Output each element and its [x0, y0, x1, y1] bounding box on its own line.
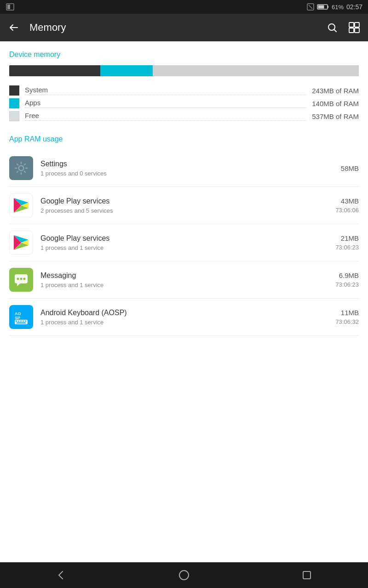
nav-back-button[interactable] — [47, 566, 75, 584]
app-ram-title: App RAM usage — [9, 135, 359, 143]
messaging-app-sub: 1 process and 1 service — [40, 282, 328, 288]
memory-bar-free — [153, 65, 359, 76]
svg-rect-29 — [16, 321, 17, 322]
gps1-time: 73:06:06 — [335, 207, 359, 214]
gps2-app-sub: 1 process and 1 service — [40, 244, 328, 251]
gps1-app-info: Google Play services 2 processes and 5 s… — [40, 197, 328, 214]
status-bar: 61% 02:57 — [0, 0, 368, 14]
google-play-icon-1 — [11, 195, 31, 215]
settings-app-sub: 1 process and 0 services — [40, 170, 334, 177]
svg-text:SP: SP — [15, 316, 20, 320]
svg-rect-8 — [349, 23, 354, 27]
messaging-time: 73:06:23 — [335, 281, 359, 288]
gps1-app-name: Google Play services — [40, 197, 328, 205]
app-item-gps1[interactable]: Google Play services 2 processes and 5 s… — [9, 187, 359, 224]
menu-button[interactable] — [348, 21, 361, 34]
svg-rect-36 — [303, 571, 310, 579]
svg-rect-9 — [355, 23, 359, 27]
nav-home-button[interactable] — [170, 566, 198, 584]
google-play-icon-2 — [11, 232, 31, 253]
messaging-icon — [13, 272, 29, 288]
settings-memory: 58MB — [341, 164, 359, 172]
gps1-app-icon — [9, 193, 33, 217]
device-memory-section: Device memory System 243MB of RAM Apps 1… — [9, 51, 359, 121]
svg-line-3 — [309, 5, 312, 9]
svg-marker-22 — [17, 283, 20, 286]
svg-rect-30 — [18, 321, 19, 322]
top-bar-icons — [326, 21, 361, 34]
gps2-time: 73:06:23 — [335, 244, 359, 251]
gps1-app-sub: 2 processes and 5 services — [40, 207, 328, 214]
svg-rect-11 — [355, 28, 359, 33]
gps2-app-stats: 21MB 73:06:23 — [335, 234, 359, 251]
svg-rect-1 — [7, 5, 10, 9]
svg-rect-28 — [15, 320, 28, 324]
gps2-app-icon — [9, 231, 33, 254]
system-value: 243MB of RAM — [312, 87, 359, 95]
gps1-memory: 43MB — [341, 197, 359, 205]
memory-bar-system — [9, 65, 100, 76]
memory-bar — [9, 65, 359, 76]
svg-rect-10 — [349, 28, 354, 33]
device-memory-title: Device memory — [9, 51, 359, 59]
svg-point-25 — [23, 278, 26, 280]
free-color — [9, 111, 19, 121]
gps1-app-stats: 43MB 73:06:06 — [335, 197, 359, 214]
status-icons: 61% 02:57 — [307, 3, 362, 11]
keyboard-app-icon: AO SP — [9, 305, 33, 329]
app-item-keyboard[interactable]: AO SP Android Keyboard (AOSP) 1 process … — [9, 299, 359, 336]
free-value: 537MB of RAM — [312, 113, 359, 120]
battery-text: 61% — [332, 4, 344, 11]
page-title: Memory — [29, 22, 316, 34]
svg-point-23 — [17, 278, 19, 280]
keyboard-app-stats: 11MB 73:06:32 — [335, 309, 359, 325]
keyboard-icon: AO SP — [13, 309, 29, 325]
messaging-app-icon — [9, 268, 33, 292]
nav-recent-button[interactable] — [293, 566, 321, 584]
system-color — [9, 85, 19, 96]
keyboard-app-name: Android Keyboard (AOSP) — [40, 309, 328, 317]
keyboard-app-sub: 1 process and 1 service — [40, 319, 328, 326]
settings-app-info: Settings 1 process and 0 services — [40, 160, 334, 177]
back-button[interactable] — [7, 21, 20, 34]
app-item-gps2[interactable]: Google Play services 1 process and 1 ser… — [9, 224, 359, 261]
app-item-messaging[interactable]: Messaging 1 process and 1 service 6.9MB … — [9, 261, 359, 299]
memory-legend: System 243MB of RAM Apps 140MB of RAM Fr… — [9, 85, 359, 121]
keyboard-app-info: Android Keyboard (AOSP) 1 process and 1 … — [40, 309, 328, 326]
settings-app-icon — [9, 156, 33, 180]
gps2-app-name: Google Play services — [40, 234, 328, 243]
app-ram-section: App RAM usage Settings 1 process and 0 s… — [9, 135, 359, 336]
apps-value: 140MB of RAM — [312, 100, 359, 107]
system-label: System — [25, 86, 306, 95]
gps2-app-info: Google Play services 1 process and 1 ser… — [40, 234, 328, 251]
svg-rect-34 — [17, 322, 26, 323]
apps-label: Apps — [25, 99, 306, 108]
messaging-memory: 6.9MB — [339, 271, 359, 279]
time-text: 02:57 — [346, 3, 362, 11]
free-label: Free — [25, 112, 306, 121]
search-button[interactable] — [326, 21, 339, 34]
settings-app-name: Settings — [40, 160, 334, 168]
legend-apps: Apps 140MB of RAM — [9, 98, 359, 108]
mute-icon — [307, 3, 314, 11]
app-item-settings[interactable]: Settings 1 process and 0 services 58MB — [9, 150, 359, 187]
keyboard-time: 73:06:32 — [335, 318, 359, 325]
top-bar: Memory — [0, 14, 368, 41]
svg-rect-31 — [20, 321, 22, 322]
messaging-app-name: Messaging — [40, 271, 328, 280]
svg-rect-6 — [318, 6, 324, 9]
legend-free: Free 537MB of RAM — [9, 111, 359, 121]
legend-system: System 243MB of RAM — [9, 85, 359, 96]
memory-bar-apps — [100, 65, 153, 76]
svg-point-35 — [179, 571, 189, 580]
gps2-memory: 21MB — [341, 234, 359, 242]
messaging-app-stats: 6.9MB 73:06:23 — [335, 271, 359, 288]
svg-point-24 — [20, 278, 23, 280]
settings-app-stats: 58MB — [341, 164, 359, 172]
bottom-nav — [0, 562, 368, 588]
messaging-app-info: Messaging 1 process and 1 service — [40, 271, 328, 288]
settings-gear-icon — [13, 160, 29, 176]
svg-rect-32 — [23, 321, 24, 322]
svg-point-12 — [19, 166, 24, 171]
battery-icon — [317, 4, 329, 10]
